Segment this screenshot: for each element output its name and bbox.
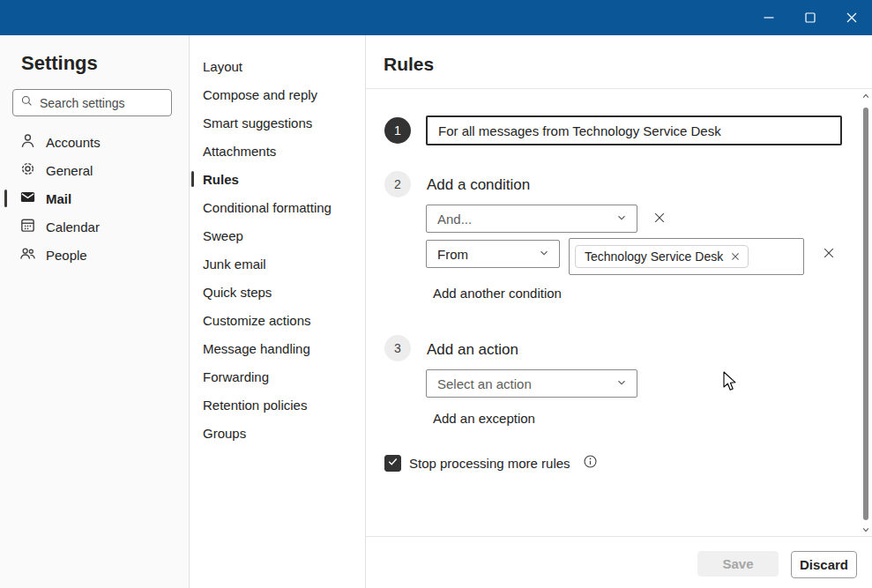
category-label: Retention policies	[203, 398, 307, 413]
info-button[interactable]	[583, 454, 598, 472]
step-1-badge: 1	[384, 117, 411, 144]
selection-indicator	[191, 425, 194, 441]
category-compose-and-reply[interactable]: Compose and reply	[190, 80, 365, 108]
search-icon	[20, 94, 34, 111]
category-label: Smart suggestions	[203, 115, 312, 130]
selection-indicator	[191, 115, 194, 130]
category-layout[interactable]: Layout	[190, 52, 365, 80]
remove-operator-button[interactable]	[649, 208, 670, 229]
close-icon	[846, 11, 858, 24]
minimize-button[interactable]	[748, 0, 789, 35]
info-icon	[583, 454, 598, 472]
save-button[interactable]: Save	[697, 551, 779, 577]
selection-indicator	[191, 143, 194, 159]
person-icon	[19, 132, 36, 152]
category-label: Sweep	[203, 228, 243, 243]
category-conditional-formatting[interactable]: Conditional formatting	[190, 193, 365, 221]
scroll-down-icon[interactable]	[862, 526, 869, 533]
category-groups[interactable]: Groups	[190, 419, 365, 447]
mail-icon	[19, 189, 36, 208]
search-input[interactable]	[40, 96, 164, 110]
stop-processing-label: Stop processing more rules	[409, 456, 570, 471]
sidebar-item-mail[interactable]: Mail	[0, 184, 189, 212]
category-label: Layout	[203, 59, 242, 74]
sidebar-item-label: Accounts	[46, 135, 101, 150]
category-message-handling[interactable]: Message handling	[190, 334, 365, 362]
rule-name-input[interactable]	[426, 115, 842, 145]
category-customize-actions[interactable]: Customize actions	[190, 306, 365, 334]
category-label: Conditional formatting	[203, 200, 332, 215]
sidebar-item-label: Mail	[46, 191, 71, 206]
selection-indicator	[4, 161, 7, 179]
step-number: 2	[394, 177, 401, 191]
footer-divider	[366, 536, 872, 537]
selection-indicator	[4, 190, 7, 207]
settings-window: Settings Accounts General	[0, 0, 872, 588]
recipient-chip[interactable]: Technology Service Desk	[575, 245, 749, 268]
step-number: 3	[394, 341, 401, 355]
category-smart-suggestions[interactable]: Smart suggestions	[190, 108, 365, 137]
category-attachments[interactable]: Attachments	[190, 137, 365, 165]
selection-indicator	[191, 368, 194, 384]
condition-operator-dropdown[interactable]: And...	[426, 205, 637, 233]
add-another-condition-link[interactable]: Add another condition	[433, 286, 562, 301]
category-label: Rules	[203, 172, 239, 187]
sidebar-item-general[interactable]: General	[0, 156, 189, 184]
sidebar-item-people[interactable]: People	[0, 241, 189, 269]
category-list: Layout Compose and reply Smart suggestio…	[190, 52, 365, 447]
category-label: Groups	[203, 426, 246, 441]
stop-processing-checkbox[interactable]	[384, 455, 401, 472]
remove-condition-button[interactable]	[818, 243, 839, 264]
dismiss-icon	[652, 211, 667, 227]
condition-value-box[interactable]: Technology Service Desk	[569, 238, 804, 275]
settings-heading: Settings	[21, 52, 98, 75]
category-quick-steps[interactable]: Quick steps	[190, 278, 365, 306]
add-an-exception-link[interactable]: Add an exception	[433, 411, 535, 426]
condition-type-dropdown[interactable]: From	[426, 240, 560, 268]
scrollbar-thumb[interactable]	[863, 108, 868, 520]
title-bar	[0, 0, 872, 35]
sidebar-nav: Accounts General Mail Calendar	[0, 128, 189, 269]
stop-processing-row: Stop processing more rules	[384, 454, 598, 472]
category-label: Message handling	[203, 341, 310, 356]
maximize-icon	[804, 11, 816, 24]
add-condition-heading: Add a condition	[427, 176, 530, 194]
people-icon	[19, 245, 36, 264]
selection-indicator	[191, 397, 194, 413]
selection-indicator	[191, 312, 194, 328]
add-action-heading: Add an action	[427, 341, 518, 359]
discard-button[interactable]: Discard	[791, 551, 857, 578]
search-settings-box[interactable]	[12, 89, 172, 116]
chip-label: Technology Service Desk	[585, 249, 723, 264]
scroll-up-icon[interactable]	[862, 93, 869, 100]
category-junk-email[interactable]: Junk email	[190, 249, 365, 278]
selection-indicator	[191, 284, 194, 300]
selection-indicator	[191, 86, 194, 102]
category-label: Attachments	[203, 144, 276, 159]
sidebar-item-accounts[interactable]: Accounts	[0, 128, 189, 156]
selection-indicator	[4, 218, 7, 235]
vertical-scrollbar[interactable]	[861, 93, 870, 533]
sidebar-item-label: Calendar	[46, 220, 100, 234]
mail-settings-categories: Layout Compose and reply Smart suggestio…	[190, 35, 366, 588]
maximize-button[interactable]	[789, 0, 831, 35]
settings-sidebar: Settings Accounts General	[0, 35, 190, 588]
category-label: Customize actions	[203, 313, 311, 328]
selection-indicator	[191, 58, 194, 74]
chevron-down-icon	[615, 376, 628, 391]
selection-indicator	[191, 199, 194, 215]
category-rules[interactable]: Rules	[190, 165, 365, 193]
step-number: 1	[394, 123, 401, 138]
checkmark-icon	[387, 455, 399, 471]
category-sweep[interactable]: Sweep	[190, 221, 365, 249]
category-retention-policies[interactable]: Retention policies	[190, 391, 365, 419]
selection-indicator	[191, 227, 194, 243]
category-label: Forwarding	[203, 369, 269, 384]
close-button[interactable]	[831, 0, 872, 35]
category-forwarding[interactable]: Forwarding	[190, 362, 365, 391]
chip-remove-icon[interactable]	[730, 251, 741, 262]
selection-indicator	[191, 256, 194, 272]
sidebar-item-label: People	[46, 248, 87, 263]
sidebar-item-calendar[interactable]: Calendar	[0, 212, 189, 241]
select-action-dropdown[interactable]: Select an action	[426, 369, 637, 398]
